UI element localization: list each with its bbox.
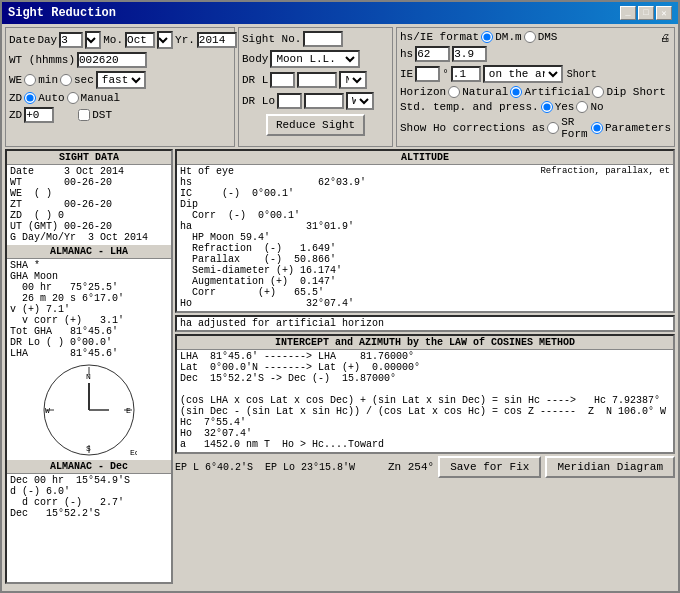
clock-container: N S E W EqT bbox=[10, 363, 168, 458]
hs-input[interactable] bbox=[415, 46, 450, 62]
sec-radio[interactable] bbox=[60, 74, 72, 86]
auto-radio-label[interactable]: Auto bbox=[24, 92, 64, 104]
close-button[interactable]: ✕ bbox=[656, 6, 672, 20]
parameters-radio-label[interactable]: Parameters bbox=[591, 122, 671, 134]
sr-form-radio-label[interactable]: SR Form bbox=[547, 116, 589, 140]
col1: SIGHT DATA Date 3 Oct 2014 WT 00-26-20 W… bbox=[5, 149, 173, 584]
natural-radio-label[interactable]: Natural bbox=[448, 86, 508, 98]
body-row: Body Moon L.L. Moon U.L. Sun L.L. bbox=[242, 50, 389, 68]
dst-checkbox-label[interactable]: DST bbox=[78, 109, 112, 121]
we-row: WE min sec fast slow bbox=[9, 71, 231, 89]
dm-label: DM.m bbox=[495, 31, 521, 43]
dms-radio[interactable] bbox=[524, 31, 536, 43]
dst-checkbox[interactable] bbox=[78, 109, 90, 121]
dm-radio[interactable] bbox=[481, 31, 493, 43]
artificial-radio-label[interactable]: Artificial bbox=[510, 86, 590, 98]
save-for-fix-button[interactable]: Save for Fix bbox=[438, 456, 541, 478]
dr-l-dir-select[interactable]: N S bbox=[339, 71, 367, 89]
sr-form-radio[interactable] bbox=[547, 122, 559, 134]
minimize-button[interactable]: _ bbox=[620, 6, 636, 20]
hs-format-row: hs/IE format DM.m DMS 🖨 bbox=[400, 31, 671, 43]
year-input[interactable] bbox=[197, 32, 237, 48]
show-ho-row: Show Ho corrections as SR Form Parameter… bbox=[400, 116, 671, 140]
no-label: No bbox=[590, 101, 603, 113]
dip-short-radio-label[interactable]: Dip Short bbox=[592, 86, 665, 98]
natural-radio[interactable] bbox=[448, 86, 460, 98]
we-label: WE bbox=[9, 74, 22, 86]
dr-lo-dir-select[interactable]: W E bbox=[346, 92, 374, 110]
left-controls: Date Day ▼ Mo. ▼ Yr. WT (hhmms) bbox=[5, 27, 235, 147]
short-label: Short bbox=[567, 69, 597, 80]
yes-label: Yes bbox=[555, 101, 575, 113]
almanac-lha-content: SHA * GHA Moon 00 hr 75°25.5' 26 m 20 s … bbox=[10, 260, 168, 359]
center-controls: Sight No. Body Moon L.L. Moon U.L. Sun L… bbox=[238, 27, 393, 147]
dr-l-min-input[interactable] bbox=[297, 72, 337, 88]
dr-lo-label: DR Lo bbox=[242, 95, 275, 107]
ie-val-input[interactable] bbox=[451, 66, 481, 82]
clock-svg: N S E W EqT bbox=[42, 363, 137, 458]
almanac-dec-content: Dec 00 hr 15°54.9'S d (-) 6.0' d corr (-… bbox=[10, 475, 168, 519]
min-radio[interactable] bbox=[24, 74, 36, 86]
reduce-sight-button[interactable]: Reduce Sight bbox=[266, 114, 365, 136]
sight-no-label: Sight No. bbox=[242, 33, 301, 45]
dms-radio-label[interactable]: DMS bbox=[524, 31, 558, 43]
top-controls: Date Day ▼ Mo. ▼ Yr. WT (hhmms) bbox=[5, 27, 675, 147]
parameters-radio[interactable] bbox=[591, 122, 603, 134]
body-select[interactable]: Moon L.L. Moon U.L. Sun L.L. bbox=[270, 50, 360, 68]
yr-label: Yr. bbox=[175, 34, 195, 46]
intercept-box: INTERCEPT and AZIMUTH by the LAW of COSI… bbox=[175, 334, 675, 454]
yes-radio-label[interactable]: Yes bbox=[541, 101, 575, 113]
auto-radio[interactable] bbox=[24, 92, 36, 104]
month-spin[interactable]: ▼ bbox=[157, 31, 173, 49]
hs-dec-input[interactable] bbox=[452, 46, 487, 62]
sec-radio-label[interactable]: sec bbox=[60, 74, 94, 86]
ep-label: EP L 6°40.2'S EP Lo 23°15.8'W bbox=[175, 462, 355, 473]
sec-label: sec bbox=[74, 74, 94, 86]
title-bar: Sight Reduction _ □ ✕ bbox=[2, 2, 678, 24]
maximize-button[interactable]: □ bbox=[638, 6, 654, 20]
almanac-dec-title: ALMANAC - Dec bbox=[7, 460, 171, 474]
dip-short-radio[interactable] bbox=[592, 86, 604, 98]
manual-label: Manual bbox=[81, 92, 121, 104]
manual-radio-label[interactable]: Manual bbox=[67, 92, 121, 104]
dr-lo-min-input[interactable] bbox=[304, 93, 344, 109]
manual-radio[interactable] bbox=[67, 92, 79, 104]
intercept-title: INTERCEPT and AZIMUTH by the LAW of COSI… bbox=[177, 336, 673, 350]
month-input[interactable] bbox=[125, 32, 155, 48]
no-radio[interactable] bbox=[576, 101, 588, 113]
dr-lo-deg-input[interactable] bbox=[277, 93, 302, 109]
artificial-radio[interactable] bbox=[510, 86, 522, 98]
zd-dst-row: ZD DST bbox=[9, 107, 231, 123]
parameters-label: Parameters bbox=[605, 122, 671, 134]
no-radio-label[interactable]: No bbox=[576, 101, 603, 113]
dr-l-deg-input[interactable] bbox=[270, 72, 295, 88]
fast-slow-select[interactable]: fast slow bbox=[96, 71, 146, 89]
sight-data-content: Date 3 Oct 2014 WT 00-26-20 WE ( ) ZT 00… bbox=[10, 166, 168, 243]
day-spin[interactable]: ▼ bbox=[85, 31, 101, 49]
dst-label: DST bbox=[92, 109, 112, 121]
std-temp-label: Std. temp. and press. bbox=[400, 101, 539, 113]
ie-deg-input[interactable] bbox=[415, 66, 440, 82]
dm-radio-label[interactable]: DM.m bbox=[481, 31, 521, 43]
refraction-label: Refraction, parallax, et bbox=[540, 166, 670, 177]
day-input[interactable] bbox=[59, 32, 83, 48]
altitude-title: ALTITUDE bbox=[177, 151, 673, 165]
sight-almanac-box: SIGHT DATA Date 3 Oct 2014 WT 00-26-20 W… bbox=[5, 149, 173, 584]
window-title: Sight Reduction bbox=[8, 6, 116, 20]
min-radio-label[interactable]: min bbox=[24, 74, 58, 86]
on-arc-select[interactable]: on the arc off the arc bbox=[483, 65, 563, 83]
zd-value-input[interactable] bbox=[24, 107, 54, 123]
svg-text:N: N bbox=[86, 372, 91, 381]
dms-label: DMS bbox=[538, 31, 558, 43]
std-temp-row: Std. temp. and press. Yes No bbox=[400, 101, 671, 113]
natural-label: Natural bbox=[462, 86, 508, 98]
yes-radio[interactable] bbox=[541, 101, 553, 113]
right-controls: hs/IE format DM.m DMS 🖨 hs bbox=[396, 27, 675, 147]
ht-of-eye-label: Ht of eye bbox=[180, 166, 234, 177]
wt-input[interactable] bbox=[77, 52, 147, 68]
col3: ALTITUDE Ht of eye Refraction, parallax,… bbox=[175, 149, 675, 584]
window-controls: _ □ ✕ bbox=[620, 6, 672, 20]
dr-lo-row: DR Lo W E bbox=[242, 92, 389, 110]
meridian-diagram-button[interactable]: Meridian Diagram bbox=[545, 456, 675, 478]
sight-no-input[interactable] bbox=[303, 31, 343, 47]
